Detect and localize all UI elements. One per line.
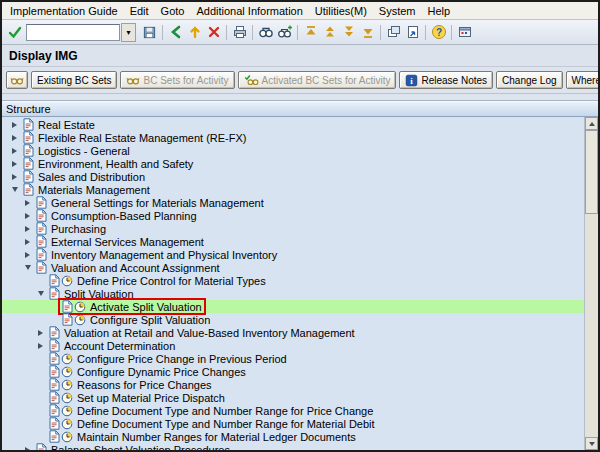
expand-icon[interactable] xyxy=(21,226,34,232)
tree-item-label: Logistics - General xyxy=(38,145,130,157)
command-field-dropdown-icon[interactable]: ▾ xyxy=(121,23,136,42)
tree-item-configure-dynamic-price-changes[interactable]: Configure Dynamic Price Changes xyxy=(2,365,585,378)
find-icon[interactable] xyxy=(256,23,275,42)
tree-item-logistics-general[interactable]: Logistics - General xyxy=(2,144,585,157)
where-else-used-button[interactable]: Where Else Used xyxy=(566,71,600,89)
collapse-icon[interactable] xyxy=(21,265,34,270)
tree-item-define-price-control-for-material-types[interactable]: Define Price Control for Material Types xyxy=(2,274,585,287)
tree-item-content: Account Determination xyxy=(47,339,177,352)
tree-item-content: Define Document Type and Number Range fo… xyxy=(47,404,375,417)
expand-icon[interactable] xyxy=(34,330,47,336)
tree-item-label: Consumption-Based Planning xyxy=(51,210,197,222)
tree-item-maintain-number-ranges-for-material-ledger-documents[interactable]: Maintain Number Ranges for Material Ledg… xyxy=(2,430,585,443)
find-next-icon[interactable] xyxy=(275,23,294,42)
menu-item-goto[interactable]: Goto xyxy=(155,5,191,17)
menu-bar: Implementation GuideEditGotoAdditional I… xyxy=(2,2,598,20)
scroll-up-button[interactable] xyxy=(585,117,598,130)
menu-item-system[interactable]: System xyxy=(373,5,422,17)
customize-icon[interactable] xyxy=(455,23,474,42)
menu-item-utilities-m[interactable]: Utilities(M) xyxy=(309,5,373,17)
vertical-scrollbar[interactable] xyxy=(584,117,598,450)
tree-item-purchasing[interactable]: Purchasing xyxy=(2,222,585,235)
button-label: Where Else Used xyxy=(572,75,600,86)
menu-item-edit[interactable]: Edit xyxy=(124,5,155,17)
menu-item-help[interactable]: Help xyxy=(422,5,457,17)
cancel-icon[interactable] xyxy=(204,23,223,42)
activity-clock-icon xyxy=(61,379,73,391)
expand-icon[interactable] xyxy=(8,148,21,154)
menu-item-implementation-guide[interactable]: Implementation Guide xyxy=(4,5,124,17)
collapse-icon[interactable] xyxy=(8,187,21,192)
tree-item-inventory-management-and-physical-inventory[interactable]: Inventory Management and Physical Invent… xyxy=(2,248,585,261)
img-doc-icon xyxy=(36,261,47,274)
img-doc-icon xyxy=(23,131,34,144)
button-label: Change Log xyxy=(502,75,557,86)
expand-icon[interactable] xyxy=(34,343,47,349)
tree-item-configure-split-valuation[interactable]: Configure Split Valuation xyxy=(2,313,585,326)
button-label: Release Notes xyxy=(421,75,487,86)
tree-item-reasons-for-price-changes[interactable]: Reasons for Price Changes xyxy=(2,378,585,391)
activated-bc-sets-for-activity-button: Activated BC Sets for Activity xyxy=(238,71,397,89)
last-page-icon[interactable] xyxy=(358,23,377,42)
scroll-down-button[interactable] xyxy=(585,437,598,450)
new-session-icon[interactable] xyxy=(384,23,403,42)
release-notes-button[interactable]: iRelease Notes xyxy=(399,71,493,89)
expand-icon[interactable] xyxy=(8,161,21,167)
glasses-icon-button[interactable] xyxy=(6,71,28,89)
tree-item-configure-price-change-in-previous-period[interactable]: Configure Price Change in Previous Perio… xyxy=(2,352,585,365)
tree-item-define-document-type-and-number-range-for-price-change[interactable]: Define Document Type and Number Range fo… xyxy=(2,404,585,417)
tree-item-split-valuation[interactable]: Split Valuation xyxy=(2,287,585,300)
menu-item-additional-information[interactable]: Additional Information xyxy=(190,5,308,17)
next-page-icon[interactable] xyxy=(339,23,358,42)
expand-icon[interactable] xyxy=(21,200,34,206)
tree-item-materials-management[interactable]: Materials Management xyxy=(2,183,585,196)
collapse-icon[interactable] xyxy=(34,291,47,296)
enter-icon[interactable] xyxy=(5,23,24,42)
back-icon[interactable] xyxy=(166,23,185,42)
tree-item-label: Reasons for Price Changes xyxy=(77,379,212,391)
img-doc-icon xyxy=(49,352,60,365)
expand-icon[interactable] xyxy=(21,213,34,219)
save-icon[interactable] xyxy=(140,23,159,42)
tree-item-activate-split-valuation[interactable]: Activate Split Valuation xyxy=(2,300,585,313)
exit-icon[interactable] xyxy=(185,23,204,42)
first-page-icon[interactable] xyxy=(301,23,320,42)
expand-icon[interactable] xyxy=(8,122,21,128)
tree-item-flexible-real-estate-management-re-fx[interactable]: Flexible Real Estate Management (RE-FX) xyxy=(2,131,585,144)
tree-item-define-document-type-and-number-range-for-material-debit[interactable]: Define Document Type and Number Range fo… xyxy=(2,417,585,430)
tree-item-consumption-based-planning[interactable]: Consumption-Based Planning xyxy=(2,209,585,222)
img-doc-icon xyxy=(62,313,73,326)
activity-clock-icon xyxy=(74,314,86,326)
help-icon[interactable]: ? xyxy=(429,23,448,42)
prev-page-icon[interactable] xyxy=(320,23,339,42)
shortcut-icon[interactable] xyxy=(403,23,422,42)
expand-icon[interactable] xyxy=(8,135,21,141)
tree-item-account-determination[interactable]: Account Determination xyxy=(2,339,585,352)
tree-item-external-services-management[interactable]: External Services Management xyxy=(2,235,585,248)
expand-icon[interactable] xyxy=(8,174,21,180)
tree-item-general-settings-for-materials-management[interactable]: General Settings for Materials Managemen… xyxy=(2,196,585,209)
tree-item-label: Activate Split Valuation xyxy=(90,301,202,313)
command-field[interactable] xyxy=(26,24,120,41)
expand-icon[interactable] xyxy=(21,252,34,258)
tree-item-real-estate[interactable]: Real Estate xyxy=(2,118,585,131)
activity-clock-icon xyxy=(61,275,73,287)
tree-item-sales-and-distribution[interactable]: Sales and Distribution xyxy=(2,170,585,183)
tree-item-valuation-and-account-assignment[interactable]: Valuation and Account Assignment xyxy=(2,261,585,274)
tree-item-set-up-material-price-dispatch[interactable]: Set up Material Price Dispatch xyxy=(2,391,585,404)
tree-item-valuation-at-retail-and-value-based-inventory-management[interactable]: Valuation at Retail and Value-Based Inve… xyxy=(2,326,585,339)
change-log-button[interactable]: Change Log xyxy=(496,71,563,89)
tree-item-label: Real Estate xyxy=(38,119,95,131)
toolbar-separator xyxy=(162,25,163,40)
tree-item-balance-sheet-valuation-procedures[interactable]: Balance Sheet Valuation Procedures xyxy=(2,443,585,450)
expand-icon[interactable] xyxy=(21,239,34,245)
glasses-icon xyxy=(126,74,140,86)
scrollbar-thumb[interactable] xyxy=(585,130,598,214)
tree-item-content: General Settings for Materials Managemen… xyxy=(34,196,266,209)
img-doc-icon xyxy=(23,170,34,183)
existing-bc-sets-button[interactable]: Existing BC Sets xyxy=(31,71,117,89)
expand-icon[interactable] xyxy=(21,447,34,451)
print-icon[interactable] xyxy=(230,23,249,42)
tree-item-content: Environment, Health and Safety xyxy=(21,157,195,170)
tree-item-environment-health-and-safety[interactable]: Environment, Health and Safety xyxy=(2,157,585,170)
